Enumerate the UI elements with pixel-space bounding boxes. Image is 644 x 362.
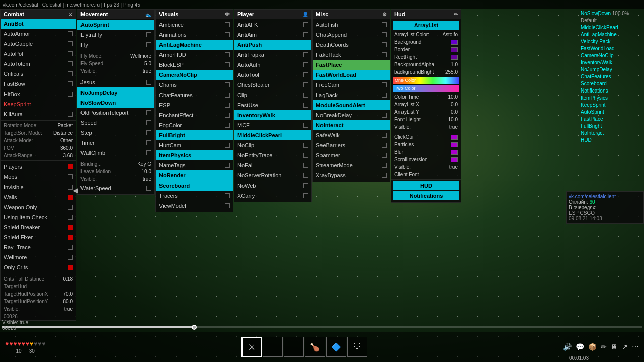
module-antibot[interactable]: AntiBot: [1, 19, 76, 29]
arrow-icon[interactable]: ↗: [622, 343, 628, 351]
module-nametags[interactable]: NameTags: [156, 160, 233, 170]
armorhud-cb[interactable]: [225, 52, 230, 57]
module-nointeract[interactable]: NoInteract: [313, 120, 390, 130]
module-inventorywalk[interactable]: InventoryWalk: [234, 110, 311, 120]
autogapple-checkbox[interactable]: [68, 41, 73, 46]
hotbar-slot-4[interactable]: 🍗: [305, 337, 325, 357]
module-norender[interactable]: NoRender: [156, 170, 233, 180]
animations-cb[interactable]: [225, 32, 230, 37]
module-hurtcam[interactable]: HurtCam: [156, 140, 233, 150]
xraybypass-cb[interactable]: [382, 173, 387, 178]
spammer-cb[interactable]: [382, 153, 387, 158]
module-mobs[interactable]: Mobs: [1, 172, 76, 182]
vk-link[interactable]: vk.com/celestialclient: [569, 194, 641, 199]
fastuse-cb[interactable]: [303, 103, 308, 108]
module-middleclickpearl[interactable]: MiddleClickPearl: [234, 130, 311, 140]
module-waterspeed[interactable]: WaterSpeed: [77, 183, 154, 193]
module-autogapple[interactable]: AutoGapple: [1, 39, 76, 49]
cheststealer-cb[interactable]: [303, 82, 308, 87]
module-noslowdown[interactable]: NoSlowDown: [77, 98, 154, 108]
module-noweb[interactable]: NoWeb: [234, 180, 311, 191]
module-itemphysics[interactable]: ItemPhysics: [156, 150, 233, 160]
module-fakehack[interactable]: FakeHack: [313, 50, 390, 60]
two-color-bar[interactable]: Two Color: [393, 85, 459, 92]
module-autototem[interactable]: AutoTotem: [1, 59, 76, 69]
module-usingitemcheck[interactable]: Using Item Check: [1, 212, 76, 222]
module-noclip[interactable]: NoClip: [234, 140, 311, 150]
module-nobreakdelay[interactable]: NoBreakDelay: [313, 110, 390, 120]
module-onlycrits[interactable]: Only Crits: [1, 262, 76, 273]
noclip-cb[interactable]: [303, 143, 308, 148]
module-raytrace[interactable]: Ray- Trace: [1, 242, 76, 252]
hud-panel-header[interactable]: Hud ✏: [391, 10, 461, 19]
module-armorhud[interactable]: ArmorHUD: [156, 50, 233, 60]
nametags-cb[interactable]: [225, 163, 230, 168]
module-weapononly[interactable]: Weapon Only: [1, 202, 76, 212]
module-fly[interactable]: Fly: [77, 40, 154, 50]
movement-panel-header[interactable]: Movement 👟: [77, 10, 154, 19]
speed-checkbox[interactable]: [146, 120, 151, 125]
module-killaura[interactable]: KillAura: [1, 109, 76, 119]
notifications-button[interactable]: Notifications: [393, 191, 459, 200]
module-fastplace[interactable]: FastPlace: [313, 60, 390, 70]
autototem-checkbox[interactable]: [68, 61, 73, 66]
hotbar-slot-6[interactable]: 🛡: [347, 337, 367, 357]
module-antilagmachine[interactable]: AntiLagMachine: [156, 40, 233, 50]
module-noserverrotation[interactable]: NoServerRotation: [234, 170, 311, 180]
module-antipush[interactable]: AntiPush: [234, 40, 311, 50]
module-tracers[interactable]: Tracers: [156, 191, 233, 201]
module-autosprint[interactable]: AutoSprint: [77, 20, 154, 30]
noweb-cb[interactable]: [303, 183, 308, 188]
module-fastuse[interactable]: FastUse: [234, 100, 311, 110]
module-enchanteffect[interactable]: EnchantEffect: [156, 110, 233, 120]
hud-button[interactable]: HUD: [393, 181, 459, 190]
border-color-box[interactable]: [451, 47, 458, 52]
module-nojumpdelay[interactable]: NoJumpDelay: [77, 87, 154, 98]
autoauth-cb[interactable]: [303, 62, 308, 67]
esp-cb[interactable]: [225, 103, 230, 108]
module-cameranoclip[interactable]: CameraNoClip: [156, 70, 233, 80]
module-deathcoords[interactable]: DeathCoords: [313, 40, 390, 50]
rectright-color-box[interactable]: [451, 55, 458, 60]
module-players[interactable]: Players: [1, 162, 76, 172]
module-spammer[interactable]: Spammer: [313, 150, 390, 160]
shieldfixer-checkbox[interactable]: [68, 235, 73, 240]
killaura-checkbox[interactable]: [68, 112, 73, 117]
left-arrow-icon[interactable]: ◀: [73, 186, 78, 194]
module-walls[interactable]: Walls: [1, 192, 76, 202]
antitrapka-cb[interactable]: [303, 52, 308, 57]
module-viewmodel[interactable]: ViewModel: [156, 201, 233, 211]
enchanteffect-cb[interactable]: [225, 113, 230, 118]
background-color-box[interactable]: [451, 40, 458, 45]
player-panel-header[interactable]: Player 👤: [234, 10, 311, 19]
one-color-bar[interactable]: One Color: [393, 77, 459, 84]
module-autoarmor[interactable]: AutoArmor: [1, 29, 76, 39]
pencil-icon[interactable]: ✏: [601, 343, 607, 351]
module-wellmore[interactable]: Wellmore: [1, 252, 76, 262]
module-antiafk[interactable]: AntiAFK: [234, 20, 311, 30]
blockesp-cb[interactable]: [225, 62, 230, 67]
hurtcam-cb[interactable]: [225, 143, 230, 148]
autotool-cb[interactable]: [303, 72, 308, 77]
clickgui-color-box[interactable]: [451, 135, 458, 140]
module-lagback[interactable]: LagBack: [313, 90, 390, 100]
hotbar-slot-2[interactable]: [263, 337, 283, 357]
hitbox-checkbox[interactable]: [68, 92, 73, 97]
nofall-cb[interactable]: [303, 163, 308, 168]
antiafk-cb[interactable]: [303, 22, 308, 27]
module-fastworldload[interactable]: FastWorldLoad: [313, 70, 390, 80]
module-shieldfixer[interactable]: Shield Fixer: [1, 232, 76, 242]
raytrace-checkbox[interactable]: [68, 245, 73, 250]
module-mcf[interactable]: MCF: [234, 120, 311, 130]
module-fastbow[interactable]: FastBow: [1, 79, 76, 89]
fly-checkbox[interactable]: [146, 42, 151, 47]
chat-icon[interactable]: 💬: [576, 343, 584, 351]
module-chatappend[interactable]: ChatAppend: [313, 30, 390, 40]
blur-color-box[interactable]: [451, 150, 458, 155]
criticals-checkbox[interactable]: [68, 71, 73, 76]
scrollinversion-color-box[interactable]: [451, 157, 458, 162]
module-seebarriers[interactable]: SeeBarriers: [313, 140, 390, 150]
nobreakdelay-cb[interactable]: [382, 113, 387, 118]
viewmodel-cb[interactable]: [225, 203, 230, 208]
arraylist-button[interactable]: ArrayList: [393, 21, 459, 30]
